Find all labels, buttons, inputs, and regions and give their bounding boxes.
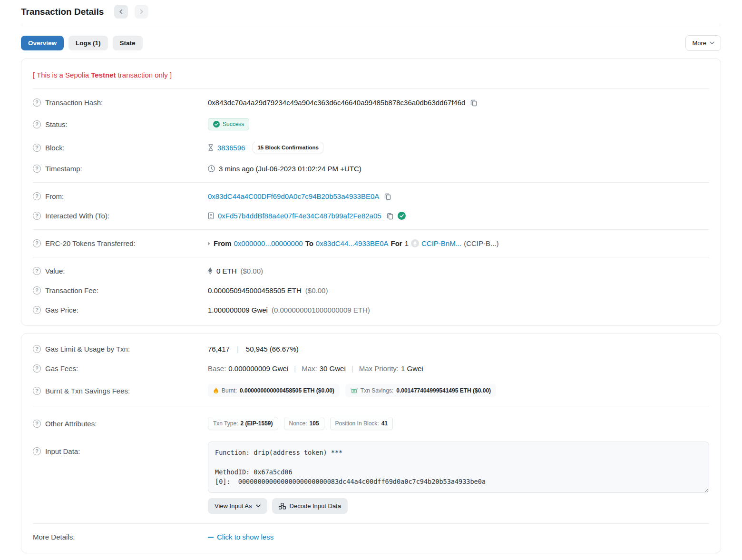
block-confirmations-badge: 15 Block Confirmations [253, 142, 323, 153]
copy-icon [384, 193, 391, 200]
chevron-down-icon [710, 41, 714, 45]
help-icon: ? [33, 306, 41, 314]
gas-price-eth: (0.000000001000000009 ETH) [272, 306, 370, 314]
money-wings-icon [351, 388, 358, 394]
copy-icon [386, 212, 394, 220]
from-address-link[interactable]: 0x83dC44a4C00DFf69d0A0c7c94B20b53a4933BE… [208, 192, 379, 200]
help-icon: ? [33, 144, 41, 152]
chevron-down-icon [256, 504, 261, 508]
erc20-from-address-link[interactable]: 0x000000...00000000 [234, 239, 303, 247]
nonce-value: 105 [310, 420, 319, 427]
txn-savings-value: 0.001477404999541495 ETH ($0.00) [396, 387, 491, 394]
burnt-fee-badge: Burnt: 0.000000000000458505 ETH ($0.00) [208, 384, 340, 397]
testnet-notice: [ This is a Sepolia Testnet transaction … [33, 64, 709, 85]
value-usd: ($0.00) [241, 267, 264, 275]
txn-type-value: 2 (EIP-1559) [240, 420, 273, 427]
flame-icon [213, 387, 219, 394]
transaction-hash-value: 0x843dc70a4a29d79234c49a904c363d6c46640a… [208, 98, 465, 107]
header-divider [21, 25, 721, 25]
tab-state[interactable]: State [113, 36, 143, 50]
gas-limit-usage-row: ?Gas Limit & Usage by Txn: 76,417 | 50,9… [33, 339, 709, 359]
help-icon: ? [33, 420, 41, 428]
help-icon: ? [33, 387, 41, 395]
copy-to-address-button[interactable] [386, 212, 394, 220]
tab-bar: Overview Logs (1) State More [21, 35, 721, 51]
block-number-link[interactable]: 3836596 [217, 144, 245, 152]
hourglass-icon [208, 144, 214, 151]
gas-fee-max: 30 Gwei [320, 364, 346, 373]
position-in-block-value: 41 [381, 420, 388, 427]
input-data-textarea[interactable]: Function: drip(address token) *** Method… [208, 442, 709, 493]
gas-usage: 50,945 (66.67%) [246, 345, 299, 353]
burnt-fee-value: 0.000000000000458505 ETH ($0.00) [240, 387, 334, 394]
show-less-toggle[interactable]: Click to show less [208, 533, 273, 541]
help-icon: ? [33, 447, 41, 455]
help-icon: ? [33, 120, 41, 128]
chevron-left-icon [118, 9, 124, 14]
disclosure-triangle-icon [208, 242, 210, 246]
transaction-hash-row: ?Transaction Hash: 0x843dc70a4a29d79234c… [33, 93, 709, 112]
chevron-right-icon [139, 9, 144, 14]
page-title: Transaction Details [21, 7, 104, 17]
status-badge: Success [208, 118, 249, 130]
check-circle-icon [213, 121, 220, 128]
status-row: ?Status: Success [33, 112, 709, 136]
gas-price-gwei: 1.000000009 Gwei [208, 306, 268, 314]
transaction-fee-row: ?Transaction Fee: 0.000050945000458505 E… [33, 281, 709, 300]
contract-document-icon [208, 212, 214, 219]
transaction-fee-eth: 0.000050945000458505 ETH [208, 286, 302, 295]
help-icon: ? [33, 165, 41, 173]
txn-type-badge: Txn Type: 2 (EIP-1559) [208, 417, 278, 430]
transaction-details-page: Transaction Details Overview Logs (1) St… [0, 0, 742, 560]
timestamp-row: ?Timestamp: 3 mins ago (Jul-06-2023 01:0… [33, 159, 709, 178]
copy-hash-button[interactable] [470, 99, 478, 107]
other-attributes-row: ?Other Attributes: Txn Type: 2 (EIP-1559… [33, 411, 709, 436]
help-icon: ? [33, 98, 41, 107]
txn-savings-badge: Txn Savings: 0.001477404999541495 ETH ($… [345, 384, 496, 397]
erc20-amount: 1 [405, 239, 409, 247]
more-details-row: More Details: Click to show less [33, 523, 709, 551]
token-name-link[interactable]: CCIP-BnM... [421, 239, 461, 247]
details-card: ?Gas Limit & Usage by Txn: 76,417 | 50,9… [21, 333, 721, 553]
to-address-link[interactable]: 0xFd57b4ddBf88a4e07fF4e34C487b99af2Fe82a… [218, 212, 381, 220]
token-symbol: (CCIP-B...) [464, 239, 498, 247]
gas-fee-max-priority: 1 Gwei [401, 364, 423, 373]
value-row: ?Value: 0 ETH ($0.00) [33, 261, 709, 281]
from-row: ?From: 0x83dC44a4C00DFf69d0A0c7c94B20b53… [33, 187, 709, 206]
view-input-as-button[interactable]: View Input As [208, 498, 267, 514]
cubes-icon [279, 503, 286, 510]
help-icon: ? [33, 192, 41, 200]
decode-input-data-button[interactable]: Decode Input Data [272, 498, 348, 514]
more-button[interactable]: More [685, 35, 721, 51]
help-icon: ? [33, 239, 41, 247]
transaction-fee-usd: ($0.00) [305, 286, 328, 295]
erc20-transfers-row: ?ERC-20 Tokens Transferred: From 0x00000… [33, 234, 709, 253]
timestamp-value: 3 mins ago (Jul-06-2023 01:02:24 PM +UTC… [219, 165, 361, 173]
next-transaction-button[interactable] [135, 5, 148, 19]
gas-limit: 76,417 [208, 345, 230, 353]
help-icon: ? [33, 364, 41, 373]
minus-icon [208, 537, 214, 538]
tab-logs[interactable]: Logs (1) [68, 36, 108, 50]
burnt-savings-row: ?Burnt & Txn Savings Fees: Burnt: 0.0000… [33, 378, 709, 403]
erc20-to-address-link[interactable]: 0x83dC44...4933BE0A [316, 239, 389, 247]
help-icon: ? [33, 267, 41, 275]
clock-icon [208, 165, 215, 172]
eth-icon [208, 267, 213, 275]
overview-card: [ This is a Sepolia Testnet transaction … [21, 58, 721, 326]
interacted-with-row: ?Interacted With (To): 0xFd57b4ddBf88a4e… [33, 206, 709, 226]
previous-transaction-button[interactable] [114, 5, 128, 19]
help-icon: ? [33, 212, 41, 220]
tab-overview[interactable]: Overview [21, 36, 64, 50]
copy-from-address-button[interactable] [384, 193, 391, 200]
value-eth: 0 ETH [216, 267, 237, 275]
gas-price-row: ?Gas Price: 1.000000009 Gwei (0.00000000… [33, 300, 709, 320]
gas-fees-row: ?Gas Fees: Base: 0.000000009 Gwei | Max:… [33, 359, 709, 378]
nonce-badge: Nonce: 105 [284, 417, 324, 430]
verified-check-icon [398, 212, 406, 220]
copy-icon [470, 99, 478, 107]
block-row: ?Block: 3836596 15 Block Confirmations [33, 136, 709, 159]
token-logo-icon [411, 239, 419, 247]
input-data-row: ?Input Data: Function: drip(address toke… [33, 436, 709, 520]
gas-fee-base: 0.000000009 Gwei [228, 364, 288, 373]
